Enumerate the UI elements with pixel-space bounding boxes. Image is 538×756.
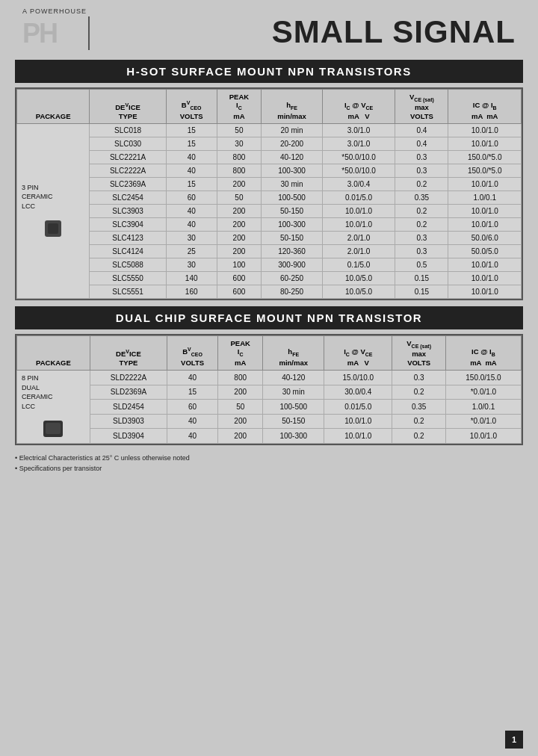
- powerhouse-label: A POWERHOUSE: [22, 7, 87, 15]
- device-type: SLD2369A: [90, 385, 167, 400]
- col-device-type: DEVICETYPE: [90, 90, 166, 124]
- package-name-2: 8 PINDUALCERAMICLCC: [22, 374, 85, 411]
- vce-sat: 0.3: [395, 245, 448, 258]
- device-type: SLC2222A: [90, 164, 166, 178]
- package-cell-1: 3 PINCERAMICLCC: [17, 124, 90, 299]
- col2-package: PACKAGE: [17, 336, 90, 371]
- hfe: 120-360: [262, 245, 323, 258]
- ic-vce: 10.0/1.0: [322, 218, 395, 232]
- ic-ib: 1.0/0.1: [448, 191, 522, 205]
- vce-sat: 0.5: [395, 258, 448, 272]
- vce-sat: 0.2: [392, 429, 445, 444]
- vce-sat: 0.35: [392, 400, 445, 415]
- page-number: 1: [505, 731, 523, 749]
- ic-vce: 0.01/5.0: [324, 400, 392, 415]
- vce-sat: 0.2: [392, 414, 445, 429]
- table-row: SLC5088 30 100 300-900 0.1/5.0 0.5 10.0/…: [17, 258, 522, 272]
- hfe: 30 min: [262, 178, 323, 191]
- ic-ib: *0.0/1.0: [445, 414, 521, 429]
- ic-ib: 10.0/1.0: [448, 205, 522, 218]
- col2-ic-ib: IC @ IBmA mA: [445, 336, 521, 371]
- hfe: 100-500: [262, 191, 323, 205]
- package-cell-2: 8 PINDUALCERAMICLCC: [17, 371, 90, 444]
- table-row: SLC030 15 30 20-200 3.0/1.0 0.4 10.0/1.0: [17, 137, 522, 151]
- bvceo: 60: [166, 191, 217, 205]
- section2-table-container: PACKAGE DEVICETYPE BVCEOVOLTS PEAKICmA h…: [15, 334, 523, 445]
- col-vce-sat: VCE (sat)maxVOLTS: [395, 90, 448, 124]
- package-name-1: 3 PINCERAMICLCC: [22, 183, 84, 211]
- peak-ic: 200: [217, 245, 262, 258]
- ic-vce: 30.0/0.4: [324, 385, 392, 400]
- chip-icon-dual: [43, 421, 63, 437]
- peak-ic: 800: [218, 371, 263, 385]
- bvceo: 40: [166, 164, 217, 178]
- hfe: 40-120: [262, 151, 323, 164]
- device-type: SLD3904: [90, 429, 167, 444]
- hfe: 30 min: [263, 385, 324, 400]
- section1-table: PACKAGE DEVICETYPE BVCEOVOLTS PEAKICmA h…: [16, 89, 522, 299]
- bvceo: 40: [166, 205, 217, 218]
- bvceo: 15: [167, 385, 217, 400]
- bvceo: 15: [166, 178, 217, 191]
- vce-sat: 0.4: [395, 137, 448, 151]
- col2-ic-vce: IC @ VCEmA V: [324, 336, 392, 371]
- page-title: SMALL SIGNAL: [272, 14, 516, 50]
- hfe: 50-150: [262, 205, 323, 218]
- peak-ic: 200: [218, 414, 263, 429]
- footnotes: • Electrical Characteristics at 25° C un…: [15, 453, 523, 474]
- peak-ic: 50: [217, 191, 262, 205]
- vce-sat: 0.3: [395, 232, 448, 245]
- peak-ic: 30: [217, 137, 262, 151]
- peak-ic: 600: [217, 272, 262, 285]
- peak-ic: 200: [217, 205, 262, 218]
- device-type: SLC3903: [90, 205, 166, 218]
- logo-icon: PH: [22, 18, 57, 49]
- device-type: SLC2221A: [90, 151, 166, 164]
- table-row: 8 PINDUALCERAMICLCC SLD2222A 40 800 40-1…: [17, 371, 522, 385]
- chip-icon-cell-2: [22, 421, 85, 440]
- ic-vce: 3.0/1.0: [322, 137, 395, 151]
- footnote-1: • Electrical Characteristics at 25° C un…: [15, 453, 523, 463]
- peak-ic: 50: [218, 400, 263, 415]
- ic-ib: 50.0/5.0: [448, 245, 522, 258]
- ic-vce: *50.0/10.0: [322, 151, 395, 164]
- col2-hfe: hFEmin/max: [263, 336, 324, 371]
- bvceo: 30: [166, 232, 217, 245]
- hfe: 100-500: [263, 400, 324, 415]
- peak-ic: 600: [217, 285, 262, 299]
- header: A POWERHOUSE PH SMALL SIGNAL: [0, 0, 538, 54]
- vce-sat: 0.4: [395, 124, 448, 137]
- ic-ib: 10.0/1.0: [448, 218, 522, 232]
- hfe: 20 min: [262, 124, 323, 137]
- col-bvceo: BVCEOVOLTS: [166, 90, 217, 124]
- col2-peak-ic: PEAKICmA: [218, 336, 263, 371]
- ic-vce: *50.0/10.0: [322, 164, 395, 178]
- device-type: SLC3904: [90, 218, 166, 232]
- ic-vce: 0.1/5.0: [322, 258, 395, 272]
- table-row: SLC4124 25 200 120-360 2.0/1.0 0.3 50.0/…: [17, 245, 522, 258]
- page: A POWERHOUSE PH SMALL SIGNAL H-SOT SURFA…: [0, 0, 538, 756]
- ic-vce: 0.01/5.0: [322, 191, 395, 205]
- table-row: SLD2454 60 50 100-500 0.01/5.0 0.35 1.0/…: [17, 400, 522, 415]
- table-row: SLC3903 40 200 50-150 10.0/1.0 0.2 10.0/…: [17, 205, 522, 218]
- vce-sat: 0.3: [395, 164, 448, 178]
- device-type: SLD2454: [90, 400, 167, 415]
- vce-sat: 0.15: [395, 285, 448, 299]
- section1-table-container: PACKAGE DEVICETYPE BVCEOVOLTS PEAKICmA h…: [15, 87, 523, 300]
- ic-vce: 10.0/1.0: [322, 205, 395, 218]
- vce-sat: 0.2: [392, 385, 445, 400]
- table-row: SLC2454 60 50 100-500 0.01/5.0 0.35 1.0/…: [17, 191, 522, 205]
- hfe: 300-900: [262, 258, 323, 272]
- ic-ib: 50.0/6.0: [448, 232, 522, 245]
- ic-ib: 10.0/1.0: [448, 285, 522, 299]
- peak-ic: 200: [218, 385, 263, 400]
- bvceo: 40: [166, 218, 217, 232]
- table-row: SLC5551 160 600 80-250 10.0/5.0 0.15 10.…: [17, 285, 522, 299]
- col2-vce-sat: VCE (sat)maxVOLTS: [392, 336, 445, 371]
- ic-vce: 10.0/5.0: [322, 272, 395, 285]
- ic-vce: 2.0/1.0: [322, 245, 395, 258]
- logo-box: PH: [22, 16, 90, 50]
- device-type: SLC5550: [90, 272, 166, 285]
- ic-ib: 10.0/1.0: [448, 124, 522, 137]
- bvceo: 15: [166, 137, 217, 151]
